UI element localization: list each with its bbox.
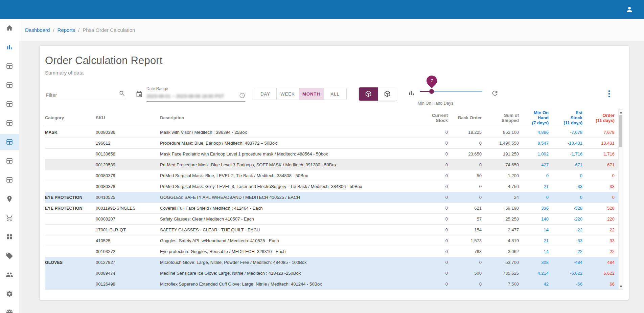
box-filled-toggle-button[interactable] — [359, 87, 378, 101]
cell-sum_shipped: 74,650 — [482, 162, 519, 167]
breadcrumb-reports[interactable]: Reports — [58, 27, 75, 33]
sidebar-item-table-4[interactable] — [0, 115, 19, 131]
sidebar-item-table-3[interactable] — [0, 96, 19, 112]
cell-est_stock: -13,431 — [549, 141, 582, 146]
cell-order: 33 — [582, 184, 615, 189]
sidebar-item-table-7[interactable] — [0, 172, 19, 188]
clock-icon[interactable] — [239, 92, 245, 100]
cell-sum_shipped: 1,490,550 — [482, 141, 519, 146]
date-range-field: Date Range 2023-08-01 ~ 2023-08-08 18:00… — [136, 86, 245, 102]
cell-back_order: 0 — [448, 141, 482, 146]
sidebar-item-table-2[interactable] — [0, 77, 19, 93]
table-row[interactable]: 00080379PriMed Surgical Mask: Blue, LEVE… — [45, 170, 623, 181]
cell-sku: 410525 — [96, 238, 160, 243]
table-row[interactable]: EYE PROTECTION00410525GOGGLES: SAFETY AP… — [45, 192, 623, 203]
filter-field[interactable] — [45, 87, 125, 100]
breadcrumb-separator: / — [78, 27, 79, 33]
sidebar-item-table-6[interactable] — [0, 153, 19, 169]
cell-order: 1,716 — [582, 151, 615, 156]
cell-order: 671 — [582, 162, 615, 167]
cell-sum_shipped: 53,700 — [482, 260, 519, 265]
toggle-month[interactable]: MONTH — [299, 88, 324, 100]
cell-min_on_hand: 21 — [519, 184, 549, 189]
toggle-all[interactable]: ALL — [324, 88, 346, 100]
scroll-up-arrow[interactable] — [620, 111, 622, 113]
sidebar-item-order-calculation[interactable] — [0, 134, 19, 150]
column-header-sum_shipped[interactable]: Sum of Shipped — [482, 113, 519, 123]
sidebar-item-table-1[interactable] — [0, 58, 19, 74]
cell-current_stock: 0 — [412, 195, 448, 200]
sidebar-item-tags[interactable] — [0, 248, 19, 264]
table-scrollbar[interactable] — [618, 109, 623, 290]
table-row[interactable]: 00008207Safety Glasses: Clear / Meditech… — [45, 214, 623, 225]
sidebar-item-users[interactable] — [0, 267, 19, 283]
table-icon — [6, 100, 13, 108]
cube-outline-icon — [384, 90, 391, 98]
cell-sum_shipped: 191,250 — [482, 151, 519, 156]
cell-min_on_hand: 336 — [519, 206, 549, 211]
table-row[interactable]: 00080378PriMed Surgical Mask: Grey, LEVE… — [45, 181, 623, 192]
cell-description: Eye protection: Goggles, Reusable / MEDI… — [160, 249, 412, 254]
toggle-week[interactable]: WEEK — [277, 88, 299, 100]
sidebar-item-settings[interactable] — [0, 286, 19, 301]
slider-value-balloon: 7 — [424, 74, 439, 88]
cell-current_stock: 0 — [412, 249, 448, 254]
column-header-est_stock[interactable]: Est Stock (11 days) — [549, 110, 582, 125]
sidebar-item-globe[interactable] — [0, 305, 19, 313]
cell-description: PriMed Surgical Mask: Grey, LEVEL 3, Las… — [160, 184, 412, 189]
table-row[interactable]: 410525Goggles: Safety APL w/Headband / M… — [45, 235, 623, 246]
cell-sum_shipped: 852,100 — [482, 130, 519, 135]
cell-back_order: 0 — [448, 281, 482, 287]
cell-sum_shipped: 1,200 — [482, 173, 519, 178]
cell-current_stock: 0 — [412, 206, 448, 211]
cell-sum_shipped: 7,500 — [482, 281, 519, 287]
cell-est_stock: -671 — [549, 162, 582, 167]
date-range-input[interactable]: Date Range 2023-08-01 ~ 2023-08-08 18:00… — [146, 86, 245, 102]
cell-description: Microtouch Glove: Large, Nitrile, Powder… — [160, 260, 412, 265]
sidebar-item-orders[interactable] — [0, 210, 19, 226]
table-row[interactable]: 17001-CLR-QTSAFETY GLASSES - CLEAR - THE… — [45, 225, 623, 235]
column-header-order[interactable]: Order (11 days) — [582, 113, 615, 123]
column-header-sku[interactable]: SKU — [96, 115, 160, 120]
breadcrumb-dashboard[interactable]: Dashboard — [25, 27, 50, 33]
toggle-day[interactable]: DAY — [254, 88, 277, 100]
cell-est_stock: -22 — [549, 249, 582, 254]
cell-current_stock: 0 — [412, 271, 448, 276]
table-row[interactable]: GLOVES00127927Microtouch Glove: Large, N… — [45, 257, 623, 268]
column-header-min_on_hand[interactable]: Min On Hand (7 days) — [519, 110, 549, 125]
cell-est_stock: -6,622 — [549, 271, 582, 276]
table-row[interactable]: 00103272Eye protection: Goggles, Reusabl… — [45, 246, 623, 257]
table-row[interactable]: 00126498Microflex Supereno Extended Cuff… — [45, 279, 623, 290]
bar-chart-toggle-icon[interactable] — [408, 89, 416, 99]
cell-min_on_hand: 42 — [519, 281, 549, 287]
table-row[interactable]: 00130658Mask Face Pediatric with Earloop… — [45, 149, 623, 160]
table-row[interactable]: 196612Procedure Mask: Blue, Earloop / Me… — [45, 138, 623, 149]
box-outline-toggle-button[interactable] — [378, 87, 397, 101]
filter-input[interactable] — [45, 92, 109, 98]
table-row[interactable]: MASK00080386Mask with Visor / Meditech :… — [45, 127, 623, 138]
home-icon — [6, 24, 13, 32]
scroll-down-arrow[interactable] — [620, 286, 622, 288]
sidebar-item-locations[interactable] — [0, 191, 19, 207]
calendar-icon[interactable] — [136, 91, 143, 99]
cell-order: 0 — [582, 173, 615, 178]
table-row[interactable]: 00089474Medline Sensicare Ice Glove: Lar… — [45, 268, 623, 279]
table-row[interactable]: EYE PROTECTION00011991-SINGLESCoverall F… — [45, 203, 623, 214]
cell-sku: 00080379 — [96, 173, 160, 178]
sidebar-item-modules[interactable] — [0, 229, 19, 245]
more-options-button[interactable] — [607, 89, 611, 99]
table-icon — [6, 119, 13, 127]
account-button[interactable] — [624, 4, 635, 15]
refresh-button[interactable] — [491, 89, 499, 98]
sidebar-item-reports[interactable] — [0, 39, 19, 55]
column-header-category[interactable]: Category — [45, 115, 96, 120]
column-header-current_stock[interactable]: Current Stock — [412, 113, 448, 123]
scrollbar-thumb[interactable] — [619, 115, 622, 147]
column-header-back_order[interactable]: Back Order — [448, 115, 482, 120]
sidebar-item-home[interactable] — [0, 20, 19, 36]
table-row[interactable]: 00129539Pri-Med Procedure Mask: Blue Lev… — [45, 160, 623, 170]
grid-icon — [6, 233, 13, 241]
cell-back_order: 0 — [448, 195, 482, 200]
slider-thumb[interactable] — [429, 89, 434, 94]
column-header-description[interactable]: Description — [160, 115, 412, 120]
